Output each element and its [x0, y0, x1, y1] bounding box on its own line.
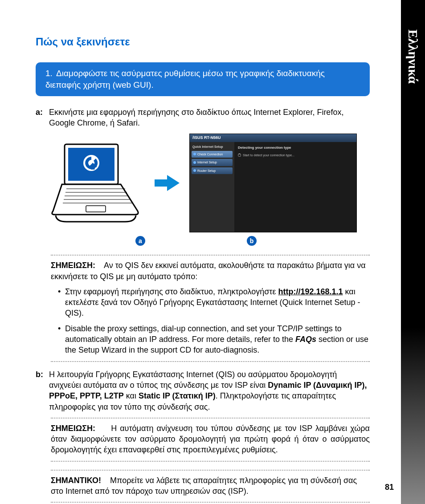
- page-content: Πώς να ξεκινήσετε 1. Διαμορφώστε τις ασύ…: [0, 0, 401, 504]
- svg-rect-8: [86, 206, 106, 212]
- text-a: Εκκινήστε μια εφαρμογή περιήγησης στο δι…: [49, 107, 370, 129]
- divider: [51, 502, 370, 503]
- language-sidebar: Ελληνικά: [401, 0, 425, 504]
- label-b: b:: [36, 369, 49, 380]
- screenshot-sidebar: Quick Internet Setup Check Connection In…: [190, 142, 234, 232]
- step-box: 1. Διαμορφώστε τις ασύρματες ρυθμίσεις μ…: [36, 62, 370, 96]
- paragraph-b: b: Η λειτουργία Γρήγορης Εγκατάστασης In…: [36, 369, 370, 412]
- btn-check-connection: Check Connection: [192, 151, 233, 158]
- divider: [51, 361, 370, 362]
- bullet-1: Στην εφαρμογή περιήγησης στο διαδίκτυο, …: [58, 286, 370, 319]
- note1-text: [98, 261, 104, 270]
- divider: [51, 255, 370, 256]
- language-label: Ελληνικά: [404, 29, 422, 84]
- divider: [51, 461, 370, 462]
- qis-url: http://192.168.1.1: [278, 287, 343, 296]
- page-title: Πώς να ξεκινήσετε: [36, 35, 370, 49]
- figure-badges: a b: [36, 236, 370, 246]
- qis-title: Quick Internet Setup: [192, 145, 233, 149]
- bullet-2: Disable the proxy settings, dial-up conn…: [58, 323, 370, 356]
- badge-a: a: [135, 236, 145, 246]
- label-a: a:: [36, 107, 49, 118]
- note2-label: ΣΗΜΕΙΩΣΗ:: [51, 424, 95, 433]
- screenshot-main: Detecting your connection type Start to …: [234, 142, 356, 232]
- step-number: 1.: [45, 69, 53, 78]
- btn-router-setup: Router Setup: [192, 167, 233, 174]
- important-note: ΣΗΜΑΝΤΙΚΟ! Μπορείτε να λάβετε τις απαραί…: [51, 475, 370, 497]
- detecting-line: Start to detect your connection type...: [238, 153, 353, 157]
- note-1: ΣΗΜΕΙΩΣΗ: Αν το QIS δεν εκκινεί αυτόματα…: [51, 260, 370, 355]
- figure-row: /ISUS RT-N56U Quick Internet Setup Check…: [36, 134, 370, 232]
- important-label: ΣΗΜΑΝΤΙΚΟ!: [51, 476, 101, 485]
- laptop-illustration: [49, 141, 145, 225]
- badge-b: b: [247, 236, 257, 246]
- page-number: 81: [385, 482, 394, 492]
- text-b: Η λειτουργία Γρήγορης Εγκατάστασης Inter…: [49, 369, 370, 412]
- step-text: Διαμορφώστε τις ασύρματες ρυθμίσεις μέσω…: [45, 69, 325, 89]
- router-gui-screenshot: /ISUS RT-N56U Quick Internet Setup Check…: [189, 134, 357, 232]
- btn-internet-setup: Internet Setup: [192, 159, 233, 166]
- divider: [51, 470, 370, 471]
- note-2: ΣΗΜΕΙΩΣΗ: Η αυτόματη ανίχνευση του τύπου…: [51, 423, 370, 455]
- divider: [51, 418, 370, 419]
- arrow-icon: [154, 174, 180, 192]
- screenshot-header: /ISUS RT-N56U: [190, 134, 356, 142]
- detecting-title: Detecting your connection type: [238, 146, 353, 150]
- faqs-ref: FAQs: [295, 335, 316, 344]
- note1-label: ΣΗΜΕΙΩΣΗ:: [51, 261, 95, 270]
- paragraph-a: a: Εκκινήστε μια εφαρμογή περιήγησης στο…: [36, 107, 370, 129]
- router-model: RT-N56U: [204, 135, 221, 140]
- spinner-icon: [238, 154, 241, 157]
